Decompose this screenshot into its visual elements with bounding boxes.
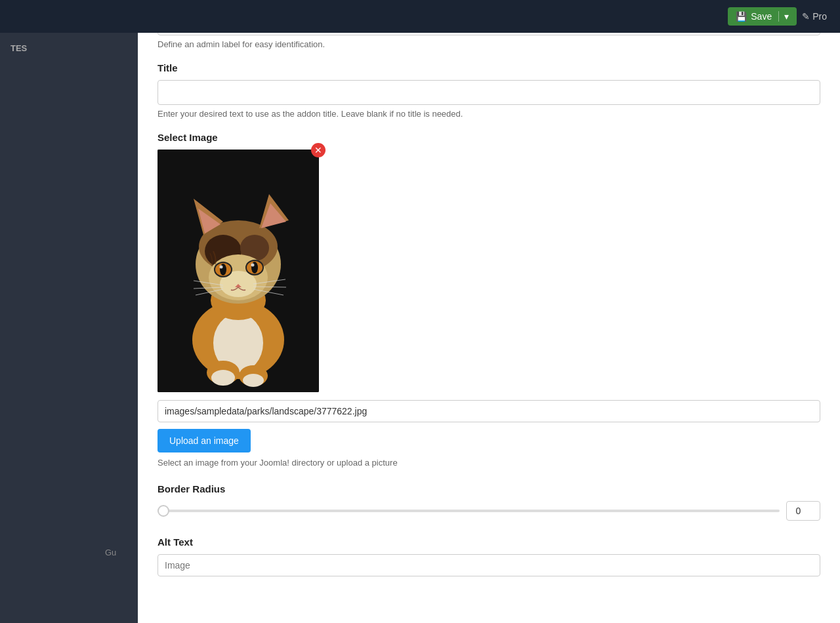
cat-image-svg — [158, 150, 319, 392]
title-help: Enter your desired text to use as the ad… — [158, 109, 820, 119]
svg-point-5 — [211, 370, 235, 386]
image-path-input[interactable] — [158, 400, 820, 422]
selected-image — [158, 150, 319, 392]
title-input[interactable] — [158, 80, 820, 105]
border-radius-slider-track[interactable] — [158, 510, 780, 512]
image-wrapper: ✕ — [158, 150, 319, 392]
title-section-label: Title — [158, 62, 820, 73]
border-radius-label: Border Radius — [158, 483, 820, 494]
save-dropdown-arrow[interactable]: ▾ — [778, 11, 789, 22]
select-image-label: Select Image — [158, 132, 820, 143]
left-sidebar: TES — [0, 33, 138, 623]
upload-button-label: Upload an image — [169, 435, 239, 446]
upload-help: Select an image from your Joomla! direct… — [158, 458, 820, 468]
preview-icon: ✎ — [802, 11, 810, 22]
sidebar-bottom-text: Gu — [105, 548, 116, 557]
preview-button[interactable]: ✎ Pro — [802, 11, 827, 22]
remove-image-button[interactable]: ✕ — [311, 143, 326, 157]
svg-point-25 — [251, 264, 255, 267]
upload-image-button[interactable]: Upload an image — [158, 429, 251, 452]
modal-panel: Define an admin label for easy identific… — [138, 0, 840, 623]
alt-text-input[interactable] — [158, 554, 820, 576]
top-bar: 💾 Save ▾ ✎ Pro — [0, 0, 840, 33]
sidebar-label: TES — [0, 33, 138, 64]
border-radius-section: Border Radius — [158, 483, 820, 521]
alt-text-section: Alt Text — [158, 536, 820, 576]
border-radius-value-input[interactable] — [786, 501, 820, 521]
save-label: Save — [751, 11, 772, 22]
preview-label: Pro — [812, 11, 827, 22]
alt-text-label: Alt Text — [158, 536, 820, 548]
svg-point-21 — [220, 266, 223, 269]
save-button[interactable]: 💾 Save ▾ — [728, 7, 797, 26]
svg-point-6 — [243, 374, 264, 387]
admin-label-help: Define an admin label for easy identific… — [158, 39, 820, 49]
border-radius-slider-thumb[interactable] — [158, 505, 169, 517]
save-icon: 💾 — [736, 11, 747, 22]
slider-row — [158, 501, 820, 521]
